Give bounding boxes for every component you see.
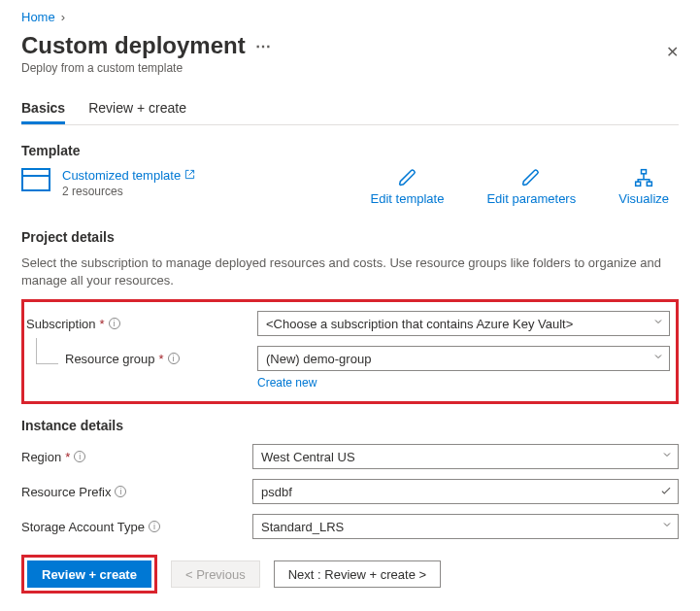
info-icon[interactable]: i	[74, 451, 85, 462]
template-link[interactable]: Customized template	[62, 168, 195, 183]
info-icon[interactable]: i	[149, 521, 160, 532]
visualize-label: Visualize	[618, 191, 669, 206]
resource-prefix-label: Resource Prefix	[21, 485, 111, 499]
edit-template-button[interactable]: Edit template	[371, 168, 445, 206]
close-button[interactable]: ✕	[666, 43, 679, 61]
info-icon[interactable]: i	[109, 318, 120, 329]
region-select[interactable]: West Central US	[252, 444, 679, 469]
tab-basics[interactable]: Basics	[21, 100, 65, 124]
storage-type-select[interactable]: Standard_LRS	[252, 514, 679, 539]
resource-prefix-input[interactable]: psdbf	[252, 479, 679, 504]
more-menu-button[interactable]: ⋯	[255, 37, 272, 55]
svg-rect-1	[636, 182, 641, 186]
info-icon[interactable]: i	[115, 486, 126, 497]
review-create-button[interactable]: Review + create	[27, 560, 151, 588]
create-new-link[interactable]: Create new	[257, 376, 670, 390]
resources-count: 2 resources	[62, 185, 195, 198]
next-button[interactable]: Next : Review + create >	[274, 560, 441, 588]
external-link-icon	[184, 168, 195, 183]
previous-button: < Previous	[171, 560, 260, 588]
pencil-icon	[398, 168, 417, 187]
edit-parameters-button[interactable]: Edit parameters	[486, 168, 576, 206]
highlighted-button-region: Review + create	[21, 555, 157, 594]
svg-rect-2	[647, 182, 651, 186]
resource-group-label: Resource group	[65, 352, 155, 366]
chevron-right-icon: ›	[61, 10, 65, 24]
subscription-select[interactable]: <Choose a subscription that contains Azu…	[257, 311, 670, 336]
page-title: Custom deployment	[21, 32, 246, 59]
instance-details-label: Instance details	[21, 418, 679, 433]
project-details-description: Select the subscription to manage deploy…	[21, 255, 679, 289]
info-icon[interactable]: i	[168, 353, 180, 364]
required-icon: *	[65, 450, 70, 464]
required-icon: *	[100, 317, 105, 331]
page-subtitle: Deploy from a custom template	[21, 61, 679, 75]
pencil-icon	[521, 168, 541, 187]
template-icon	[21, 168, 50, 191]
tab-review-create[interactable]: Review + create	[88, 100, 186, 124]
svg-rect-0	[642, 170, 647, 174]
highlighted-region: Subscription * i <Choose a subscription …	[21, 299, 679, 404]
resource-group-select[interactable]: (New) demo-group	[257, 346, 670, 371]
breadcrumb-home[interactable]: Home	[21, 10, 55, 24]
region-label: Region	[21, 450, 61, 464]
subscription-label: Subscription	[26, 317, 96, 331]
template-section-label: Template	[21, 143, 679, 158]
required-icon: *	[159, 352, 164, 366]
project-details-label: Project details	[21, 229, 679, 245]
edit-template-label: Edit template	[371, 191, 445, 206]
storage-type-label: Storage Account Type	[21, 520, 145, 534]
visualize-button[interactable]: Visualize	[618, 168, 669, 206]
hierarchy-icon	[634, 168, 653, 187]
edit-parameters-label: Edit parameters	[486, 191, 576, 206]
template-link-label: Customized template	[62, 168, 181, 183]
